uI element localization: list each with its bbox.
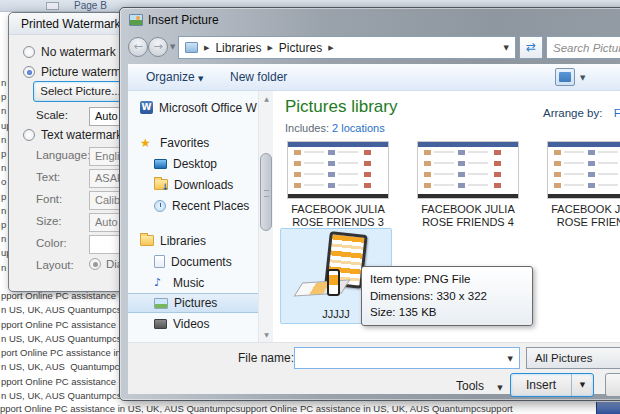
- nav-item-desktop[interactable]: Desktop: [128, 153, 258, 174]
- insert-button[interactable]: Insert: [511, 374, 571, 396]
- music-icon: [154, 276, 167, 289]
- file-thumbnail[interactable]: [547, 141, 620, 199]
- file-item[interactable]: FACEBOOK JULIA ROSE FRIENDS: [544, 141, 620, 229]
- library-includes: Includes: 2 locations: [285, 122, 385, 134]
- library-title: Pictures library: [285, 97, 397, 117]
- text-watermark-label: Text watermark: [41, 128, 122, 142]
- scrollbar-thumb[interactable]: [260, 153, 272, 231]
- insert-picture-icon: [129, 14, 143, 26]
- nav-item-documents[interactable]: Documents: [128, 251, 258, 272]
- views-button[interactable]: [555, 68, 575, 86]
- insert-picture-dialog: Insert Picture ← → ▼ ▶ Libraries ▶ Pictu…: [119, 7, 620, 401]
- file-thumbnail[interactable]: [287, 141, 389, 199]
- tools-label: Tools: [456, 379, 484, 393]
- chevron-down-icon[interactable]: ▼: [508, 355, 513, 363]
- nav-pictures-label: Pictures: [174, 296, 217, 310]
- search-box[interactable]: [546, 36, 620, 59]
- scroll-down-icon[interactable]: ▼: [259, 327, 274, 342]
- nav-music-label: Music: [173, 276, 204, 290]
- radio-checked-icon[interactable]: [23, 66, 35, 78]
- nav-videos-label: Videos: [173, 317, 209, 331]
- radio-icon[interactable]: [23, 129, 35, 141]
- history-dropdown-icon[interactable]: ▼: [170, 43, 175, 51]
- nav-item-recent-places[interactable]: Recent Places: [128, 195, 258, 216]
- nav-scrollbar[interactable]: ▲ ▼: [258, 91, 273, 342]
- downloads-icon: [154, 179, 168, 190]
- file-info-tooltip: Item type: PNG File Dimensions: 330 x 32…: [361, 266, 533, 326]
- includes-label: Includes:: [285, 122, 329, 134]
- cutoff-button[interactable]: [605, 373, 620, 397]
- nav-office-label: Microsoft Office W: [159, 101, 257, 115]
- file-type-combobox[interactable]: All Pictures: [526, 347, 620, 369]
- chevron-right-icon: ▶: [198, 44, 215, 52]
- no-watermark-option[interactable]: No watermark: [23, 45, 116, 59]
- pictures-icon: [154, 298, 168, 309]
- nav-item-pictures[interactable]: Pictures: [128, 293, 258, 313]
- forward-button[interactable]: →: [148, 37, 168, 57]
- file-item[interactable]: FACEBOOK JULIA ROSE FRIENDS 3: [284, 141, 392, 229]
- videos-icon: [154, 319, 167, 329]
- nav-group-libraries[interactable]: Libraries: [128, 230, 258, 251]
- nav-documents-label: Documents: [171, 255, 232, 269]
- organize-label: Organize: [146, 70, 195, 84]
- dialog-title: Insert Picture: [148, 13, 219, 27]
- document-text: pport Online PC assistance in n US, UK, …: [1, 289, 132, 402]
- file-item[interactable]: FACEBOOK JULIA ROSE FRIENDS 4: [414, 141, 522, 229]
- tooltip-size: Size: 135 KB: [370, 304, 524, 321]
- nav-item-videos[interactable]: Videos: [128, 313, 258, 334]
- file-name-input[interactable]: [295, 348, 493, 368]
- nav-recent-label: Recent Places: [172, 199, 249, 213]
- tooltip-dimensions: Dimensions: 330 x 322: [370, 288, 524, 305]
- breadcrumb-libraries[interactable]: Libraries: [215, 41, 261, 55]
- text-watermark-option[interactable]: Text watermark: [23, 128, 122, 142]
- breadcrumb-pictures[interactable]: Pictures: [279, 41, 322, 55]
- tools-button[interactable]: Tools ▼: [456, 375, 503, 397]
- back-button[interactable]: ←: [128, 37, 148, 57]
- breadcrumb[interactable]: ▶ Libraries ▶ Pictures ▶ ▼: [178, 36, 516, 59]
- nav-item-downloads[interactable]: Downloads: [128, 174, 258, 195]
- scale-label: Scale:: [36, 109, 68, 121]
- document-text-bottom: pport Online PC assistance in US, UK, AU…: [0, 403, 596, 414]
- tooltip-item-type: Item type: PNG File: [370, 271, 524, 288]
- scroll-up-icon[interactable]: ▲: [259, 91, 274, 106]
- layout-label: Layout:: [36, 259, 74, 271]
- nav-item-music[interactable]: Music: [128, 272, 258, 293]
- ribbon-group-icon: [46, 2, 59, 10]
- radio-icon[interactable]: [23, 46, 35, 58]
- organize-button[interactable]: Organize ▼: [146, 64, 203, 91]
- address-bar: ← → ▼ ▶ Libraries ▶ Pictures ▶ ▼ ⇄: [125, 34, 620, 62]
- arrange-by-label: Arrange by:: [543, 107, 602, 119]
- insert-split-button[interactable]: Insert ▼: [510, 373, 594, 397]
- radio-disabled-checked-icon: [89, 258, 101, 270]
- chevron-right-icon[interactable]: ▶: [261, 44, 278, 52]
- word-scrollbar-corner: [596, 402, 620, 414]
- nav-item-office[interactable]: Microsoft Office W: [128, 97, 258, 118]
- navigation-pane: Microsoft Office W Favorites Desktop Dow…: [128, 91, 258, 342]
- recent-places-icon: [154, 200, 166, 212]
- laptop-graphic: [294, 279, 351, 296]
- documents-icon: [154, 255, 165, 268]
- search-input[interactable]: [547, 37, 620, 58]
- views-dropdown-icon[interactable]: ▼: [580, 74, 585, 82]
- nav-group-favorites[interactable]: Favorites: [128, 132, 258, 153]
- file-name: FACEBOOK JULIA ROSE FRIENDS 4: [414, 203, 522, 229]
- size-label: Size:: [36, 215, 62, 227]
- new-folder-button[interactable]: New folder: [230, 64, 287, 91]
- nav-downloads-label: Downloads: [174, 178, 233, 192]
- select-picture-button[interactable]: Select Picture...: [33, 81, 128, 102]
- address-dropdown-icon[interactable]: ▼: [504, 44, 509, 52]
- arrange-by[interactable]: Arrange by: F: [543, 107, 620, 119]
- chevron-right-icon[interactable]: ▶: [322, 44, 339, 52]
- screen: Page B n p n up n p n o p n p n up n ppo…: [0, 0, 620, 414]
- file-thumbnail[interactable]: [417, 141, 519, 199]
- file-name-combobox[interactable]: ▼: [294, 347, 520, 369]
- nav-desktop-label: Desktop: [173, 157, 217, 171]
- file-list-pane: Pictures library Includes: 2 locations A…: [273, 91, 620, 342]
- insert-dropdown-icon[interactable]: ▼: [571, 374, 593, 396]
- word-icon: [140, 101, 153, 114]
- locations-link[interactable]: 2 locations: [332, 122, 385, 134]
- arrange-by-value[interactable]: F: [606, 107, 620, 119]
- nav-favorites-label: Favorites: [160, 136, 209, 150]
- refresh-button[interactable]: ⇄: [519, 36, 543, 59]
- language-label: Language:: [36, 149, 90, 161]
